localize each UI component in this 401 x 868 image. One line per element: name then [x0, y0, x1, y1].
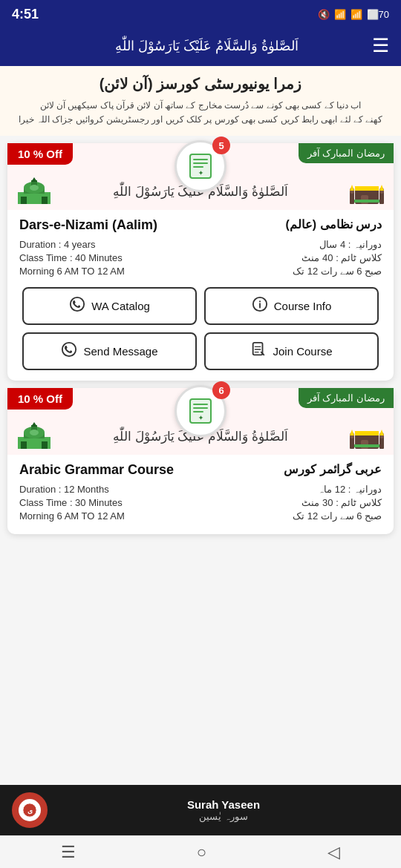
svg-rect-35	[193, 411, 203, 412]
wa-catalog-label: WA Catalog	[91, 300, 150, 312]
top-nav: اَلصَّلوٰةُ وَالسَّلَامُ عَلَيْکَ يَارَس…	[0, 28, 401, 66]
status-time: 4:51	[12, 7, 39, 22]
document-icon	[250, 341, 267, 361]
bottom-player[interactable]: ی Surah Yaseen سورہ یٰسین	[0, 785, 401, 835]
svg-point-12	[30, 185, 39, 191]
svg-rect-3	[193, 166, 203, 168]
card2-discount-badge: 10 % Off	[7, 388, 73, 410]
course-card-1: 10 % Off ✦ 5 رمضان المبارک آفر	[7, 143, 394, 381]
signal-icon: 📶	[351, 9, 362, 20]
card2-body: Arabic Grammar Course عربی گرائمر کورس D…	[7, 455, 394, 534]
player-info: Surah Yaseen سورہ یٰسین	[58, 798, 389, 822]
battery-icon: ⬜70	[367, 9, 389, 20]
nav-back-icon[interactable]: ◁	[313, 837, 355, 868]
svg-rect-33	[193, 404, 208, 405]
card2-logo-badge: ✦ 6	[175, 385, 226, 437]
ramadan-badge: رمضان المبارک آفر	[299, 143, 394, 163]
course-name-en: Dars-e-Nizami (Aalim)	[19, 217, 157, 233]
svg-rect-1	[193, 159, 208, 160]
card-buttons: WA Catalog Course Info	[19, 287, 382, 370]
course-card-2: 10 % Off ✦ 6 رمضان المبارک آفر	[7, 388, 394, 534]
whatsapp-icon-2	[61, 341, 77, 361]
svg-marker-41	[31, 422, 37, 427]
course-name-row: Dars-e-Nizami (Aalim) درس نظامی (عالم)	[19, 217, 382, 233]
card2-ramadan-badge: رمضان المبارک آفر	[299, 388, 394, 408]
course-name-ur: درس نظامی (عالم)	[285, 217, 382, 231]
svg-marker-22	[379, 185, 384, 191]
svg-rect-42	[21, 441, 27, 449]
menu-button[interactable]: ☰	[372, 34, 389, 57]
card2-class-time-row: Class Time : 30 Minutes کلاس ٹائم : 30 م…	[19, 497, 382, 508]
nav-home-icon[interactable]: ○	[182, 837, 221, 868]
wifi-icon: 📶	[334, 9, 346, 20]
svg-rect-46	[355, 431, 379, 435]
svg-point-44	[30, 430, 39, 435]
course-logo-badge: ✦ 5	[175, 140, 226, 192]
card2-timing-ur: صبح 6 سے رات 12 تک	[293, 510, 382, 522]
timing-en: Morning 6 AM TO 12 AM	[19, 266, 125, 277]
card2-class-time-en: Class Time : 30 Minutes	[19, 497, 123, 508]
whatsapp-icon-1	[69, 296, 85, 316]
svg-point-26	[259, 301, 261, 303]
class-time-ur: کلاس ٹائم : 40 منٹ	[301, 252, 382, 263]
card-header-badges: 10 % Off ✦ 5 رمضان المبارک آفر	[7, 143, 394, 173]
join-course-button[interactable]: Join Course	[204, 332, 379, 370]
top-nav-title: اَلصَّلوٰةُ وَالسَّلَامُ عَلَيْکَ يَارَس…	[42, 38, 372, 54]
svg-rect-11	[42, 197, 48, 204]
card2-mosque-right-icon	[348, 421, 386, 452]
duration-row: Duration : 4 years دورانیہ : 4 سال	[19, 239, 382, 250]
svg-marker-51	[350, 430, 354, 435]
class-time-row: Class Time : 40 Minutes کلاس ٹائم : 40 م…	[19, 252, 382, 263]
card2-course-name-row: Arabic Grammar Course عربی گرائمر کورس	[19, 462, 382, 478]
player-title-en: Surah Yaseen	[58, 798, 389, 811]
notification-count: 5	[212, 137, 230, 154]
bottom-nav: ☰ ○ ◁	[0, 835, 401, 868]
player-logo-inner: ی	[19, 799, 41, 821]
card2-duration-row: Duration : 12 Months دورانیہ : 12 ماہ	[19, 484, 382, 495]
duration-en: Duration : 4 years	[19, 239, 96, 250]
svg-marker-9	[31, 177, 37, 182]
course-info-label: Course Info	[274, 300, 332, 312]
svg-rect-2	[193, 162, 208, 164]
discount-badge: 10 % Off	[7, 143, 73, 165]
wa-catalog-button[interactable]: WA Catalog	[22, 287, 197, 325]
duration-ur: دورانیہ : 4 سال	[319, 239, 382, 250]
nav-menu-icon[interactable]: ☰	[46, 837, 91, 868]
card2-duration-en: Duration : 12 Months	[19, 484, 109, 495]
status-bar: 4:51 🔇 📶 📶 ⬜70	[0, 0, 401, 28]
join-course-label: Join Course	[273, 345, 332, 358]
svg-rect-16	[351, 200, 383, 203]
card2-course-name-en: Arabic Grammar Course	[19, 462, 174, 478]
svg-rect-10	[21, 197, 27, 204]
send-message-button[interactable]: Send Message	[22, 332, 197, 370]
card2-notification-count: 6	[212, 381, 230, 399]
banner-text: اب دنیا کے کسی بھی کونے سے دُرست مخارج ک…	[12, 99, 389, 127]
svg-marker-54	[379, 430, 384, 435]
svg-point-23	[71, 297, 84, 311]
card2-header-badges: 10 % Off ✦ 6 رمضان المبارک آفر	[7, 388, 394, 418]
svg-marker-19	[350, 185, 354, 191]
mute-icon: 🔇	[318, 9, 330, 20]
card2-course-name-ur: عربی گرائمر کورس	[284, 462, 382, 476]
svg-point-27	[62, 343, 76, 356]
course-info-button[interactable]: Course Info	[204, 287, 379, 325]
svg-text:✦: ✦	[198, 170, 203, 177]
card2-timing-en: Morning 6 AM TO 12 AM	[19, 510, 125, 522]
mosque-left-icon	[15, 176, 53, 207]
banner-title: زمرا یونیورسٹی کورسز (آن لائن)	[12, 75, 389, 93]
mosque-right-icon	[348, 176, 386, 207]
info-icon	[252, 296, 268, 316]
card2-duration-ur: دورانیہ : 12 ماہ	[318, 484, 382, 495]
card-body: Dars-e-Nizami (Aalim) درس نظامی (عالم) D…	[7, 210, 394, 381]
svg-rect-48	[351, 444, 383, 447]
svg-text:ی: ی	[27, 807, 33, 815]
card2-class-time-ur: کلاس ٹائم : 30 منٹ	[301, 497, 382, 508]
course-logo-icon: ✦	[184, 150, 217, 183]
class-time-en: Class Time : 40 Minutes	[19, 252, 123, 263]
banner-section: زمرا یونیورسٹی کورسز (آن لائن) اب دنیا ک…	[0, 66, 401, 136]
card2-mosque-left-icon	[15, 421, 53, 452]
timing-row: Morning 6 AM TO 12 AM صبح 6 سے رات 12 تک	[19, 266, 382, 277]
send-message-label: Send Message	[83, 345, 157, 358]
player-title-ur: سورہ یٰسین	[58, 811, 389, 822]
svg-rect-14	[355, 186, 379, 191]
